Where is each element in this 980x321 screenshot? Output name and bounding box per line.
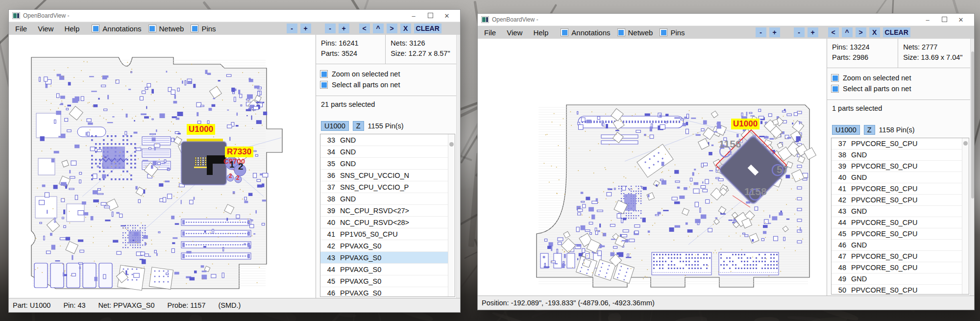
option-row[interactable]: Select all parts on net: [320, 81, 460, 89]
pin-row[interactable]: 49 GND: [832, 273, 962, 285]
pin-row[interactable]: 37 SNS_CPU_VCCIO_P: [320, 181, 448, 193]
panel-scroll-gutter[interactable]: [456, 35, 460, 298]
toolbar: FileViewHelp Annotations Netweb Pins -+-…: [9, 22, 460, 35]
toolbar-button[interactable]: +: [769, 27, 780, 37]
option-row[interactable]: Zoom on selected net: [320, 70, 460, 78]
minimize-button[interactable]: –: [919, 16, 936, 24]
pin-row[interactable]: 46 PPVAXG_S0: [320, 287, 448, 297]
toolbar-toggle[interactable]: Pins: [191, 25, 216, 33]
maximize-button[interactable]: [422, 12, 439, 20]
checkbox-checked[interactable]: [148, 25, 156, 32]
maximize-button[interactable]: [936, 16, 953, 24]
checkbox-checked[interactable]: [320, 70, 328, 78]
scrollbar-thumb[interactable]: [971, 51, 974, 198]
checkbox-checked[interactable]: [617, 28, 625, 36]
toolbar-button[interactable]: CLEAR: [414, 24, 441, 33]
stat-parts: Parts: 3524: [321, 49, 381, 59]
list-scrollbar[interactable]: [962, 138, 969, 294]
toolbar-button[interactable]: X: [400, 24, 411, 33]
toolbar-button[interactable]: -: [325, 24, 336, 33]
panel-scrollbar[interactable]: [970, 39, 974, 296]
pin-row[interactable]: 39 PPVCORE_S0_CPU: [832, 161, 962, 172]
pin-list[interactable]: 33 GND 34 GND 35 GND 36 SNS_CPU_VCCIO_N …: [320, 134, 455, 297]
pin-row[interactable]: 47 PPVCORE_S0_CPU: [832, 251, 962, 262]
menu-item[interactable]: Help: [59, 25, 85, 33]
checkbox-checked[interactable]: [660, 28, 667, 36]
pin-row[interactable]: 44 PPVAXG_S0: [320, 264, 448, 275]
pin-row[interactable]: 41 PP1V05_S0_CPU: [320, 228, 448, 240]
pin-row[interactable]: 41 PPVCORE_S0_CPU: [832, 183, 962, 195]
list-scrollbar[interactable]: [448, 134, 455, 296]
pin-net-name: PP1V05_S0_CPU: [340, 230, 398, 238]
pcb-board-canvas[interactable]: U1000 1156 57 1158: [478, 39, 827, 296]
pin-row[interactable]: 50 PPVCORE_S0_CPU: [832, 285, 962, 295]
toolbar-toggle[interactable]: Netweb: [617, 28, 653, 37]
option-row[interactable]: Select all parts on net: [831, 85, 974, 93]
pin-row[interactable]: 38 GND: [320, 193, 448, 205]
part-button[interactable]: U1000: [832, 125, 860, 135]
pin-row[interactable]: 43 PPVAXG_S0: [320, 252, 448, 264]
part-button[interactable]: U1000: [321, 121, 349, 131]
pin-row[interactable]: 40 GND: [832, 172, 962, 183]
option-row[interactable]: Zoom on selected net: [831, 74, 974, 82]
checkbox-checked[interactable]: [831, 74, 839, 82]
scrollbar-thumb[interactable]: [963, 141, 968, 146]
menu-item[interactable]: Help: [528, 28, 554, 37]
toolbar-toggle[interactable]: Netweb: [148, 25, 184, 33]
scrollbar-thumb[interactable]: [449, 142, 454, 147]
menu-item[interactable]: View: [501, 28, 528, 37]
checkbox-checked[interactable]: [831, 85, 839, 93]
toolbar-button[interactable]: >: [387, 24, 397, 33]
checkbox-checked[interactable]: [191, 25, 198, 32]
close-button[interactable]: ✕: [439, 12, 455, 20]
zoom-to-part-button[interactable]: Z: [864, 125, 875, 135]
toolbar-button[interactable]: X: [869, 27, 880, 37]
toolbar-button[interactable]: ^: [373, 24, 384, 33]
pin-net-name: PPVAXG_S0: [340, 289, 381, 297]
toolbar-toggle[interactable]: Pins: [660, 28, 685, 37]
menu-item[interactable]: View: [32, 25, 59, 33]
toolbar-button[interactable]: ^: [842, 27, 853, 37]
pin-row[interactable]: 37 PPVCORE_S0_CPU: [832, 138, 962, 149]
pin-row[interactable]: 43 GND: [832, 206, 962, 217]
pin-row[interactable]: 46 GND: [832, 240, 962, 251]
toolbar-button[interactable]: +: [300, 24, 311, 33]
titlebar[interactable]: OpenBoardView - – ✕: [9, 10, 460, 22]
pin-row[interactable]: 35 GND: [320, 158, 448, 170]
toolbar-button[interactable]: <: [828, 27, 839, 37]
pin-row[interactable]: 44 PPVCORE_S0_CPU: [832, 217, 962, 228]
pin-list[interactable]: 37 PPVCORE_S0_CPU 38 GND 39 PPVCORE_S0_C…: [831, 138, 969, 295]
close-button[interactable]: ✕: [953, 16, 969, 24]
menu-item[interactable]: File: [9, 25, 32, 33]
pcb-board-canvas[interactable]: U1000 R7330 C9700 1 2 2 2: [9, 35, 316, 298]
toolbar-button[interactable]: CLEAR: [883, 27, 910, 37]
pin-net-name: PPVAXG_S0: [340, 242, 381, 250]
pin-row[interactable]: 45 PPVAXG_S0: [320, 275, 448, 287]
pin-row[interactable]: 45 PPVCORE_S0_CPU: [832, 228, 962, 240]
toolbar-button[interactable]: +: [808, 27, 818, 37]
toolbar-button[interactable]: -: [287, 24, 297, 33]
pin-row[interactable]: 36 SNS_CPU_VCCIO_N: [320, 170, 448, 181]
toolbar-button[interactable]: >: [856, 27, 866, 37]
checkbox-checked[interactable]: [561, 28, 568, 36]
zoom-to-part-button[interactable]: Z: [353, 121, 364, 131]
minimize-button[interactable]: –: [405, 12, 422, 20]
titlebar[interactable]: OpenBoardView - – ✕: [478, 14, 974, 26]
toolbar-button[interactable]: -: [794, 27, 805, 37]
toolbar-toggle[interactable]: Annotations: [561, 28, 610, 37]
pin-row[interactable]: 42 PPVCORE_S0_CPU: [832, 195, 962, 206]
pin-row[interactable]: 40 NC_CPU_RSVD<28>: [320, 217, 448, 228]
toolbar-button[interactable]: +: [339, 24, 349, 33]
toolbar-button[interactable]: -: [756, 27, 766, 37]
checkbox-checked[interactable]: [320, 81, 328, 89]
pin-row[interactable]: 38 GND: [832, 149, 962, 161]
pin-row[interactable]: 33 GND: [320, 134, 448, 146]
toolbar-button[interactable]: <: [359, 24, 370, 33]
menu-item[interactable]: File: [478, 28, 501, 37]
pin-row[interactable]: 39 NC_CPU_RSVD<27>: [320, 205, 448, 217]
pin-row[interactable]: 34 GND: [320, 146, 448, 158]
pin-row[interactable]: 48 PPVCORE_S0_CPU: [832, 262, 962, 273]
checkbox-checked[interactable]: [92, 25, 99, 32]
toolbar-toggle[interactable]: Annotations: [92, 25, 141, 33]
pin-row[interactable]: 42 PPVAXG_S0: [320, 240, 448, 252]
